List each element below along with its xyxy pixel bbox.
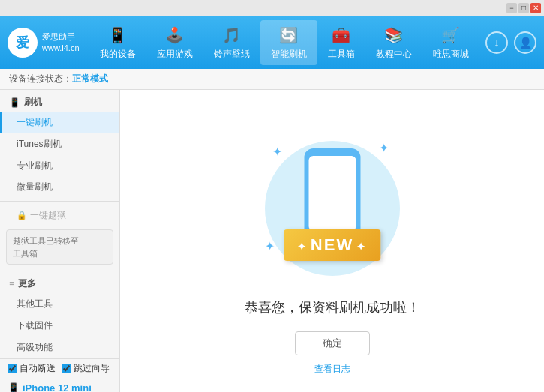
device-phone-icon: 📱	[8, 382, 20, 392]
logo-line2: www.i4.cn	[42, 43, 80, 54]
user-button[interactable]: 👤	[514, 31, 536, 54]
sidebar-item-download-firm[interactable]: 下载固件	[0, 315, 119, 337]
sidebar-notice-jailbreak: 越狱工具已转移至 工具箱	[6, 229, 113, 265]
header: 爱 爱思助手 www.i4.cn 📱 我的设备 🕹️ 应用游戏 🎵 铃声壁纸 🔄…	[0, 16, 544, 69]
phone-screen	[308, 156, 356, 231]
more-section-title: 更多	[18, 277, 36, 290]
title-bar: － □ ✕	[0, 0, 544, 16]
sidebar-item-itunes-flash[interactable]: iTunes刷机	[0, 133, 119, 155]
sidebar-section-flash: 📱 刷机	[0, 90, 119, 112]
sidebar-section-more: ≡ 更多	[0, 271, 119, 293]
sparkle-2: ✦	[379, 141, 389, 155]
skip-wizard-checkbox-label[interactable]: 跳过向导	[62, 362, 110, 375]
nav-ringtones[interactable]: 🎵 铃声壁纸	[203, 20, 260, 65]
logo-text: 爱思助手 www.i4.cn	[42, 31, 80, 55]
sidebar-item-advanced[interactable]: 高级功能	[0, 337, 119, 358]
nav-smart-flash-label: 智能刷机	[271, 48, 307, 61]
nav-tutorial[interactable]: 📚 教程中心	[365, 20, 422, 65]
sidebar-item-pro-flash[interactable]: 专业刷机	[0, 155, 119, 177]
main-and-sidebar: 📱 刷机 一键刷机 iTunes刷机 专业刷机 微量刷机	[0, 90, 544, 392]
nav-weisi-store-label: 唯思商城	[433, 48, 469, 61]
my-device-icon: 📱	[107, 25, 128, 46]
minimize-button[interactable]: －	[506, 3, 517, 13]
lock-icon: 🔒	[17, 211, 27, 220]
tutorial-icon: 📚	[383, 25, 404, 46]
skip-wizard-label: 跳过向导	[74, 362, 110, 375]
nav-my-device[interactable]: 📱 我的设备	[89, 20, 146, 65]
nav-tutorial-label: 教程中心	[376, 48, 412, 61]
nav-toolbox-label: 工具箱	[328, 48, 355, 61]
sidebar-item-save-flash[interactable]: 微量刷机	[0, 176, 119, 198]
status-prefix: 设备连接状态：	[9, 73, 72, 85]
apps-games-icon: 🕹️	[164, 25, 185, 46]
new-badge: NEW	[284, 229, 380, 261]
weisi-store-icon: 🛒	[440, 25, 461, 46]
nav-toolbox[interactable]: 🧰 工具箱	[317, 20, 365, 65]
sidebar-item-other-tools[interactable]: 其他工具	[0, 293, 119, 315]
more-section-icon: ≡	[9, 279, 14, 289]
nav-apps-games[interactable]: 🕹️ 应用游戏	[146, 20, 203, 65]
checkbox-row: 自动断送 跳过向导	[0, 358, 119, 378]
logo-area: 爱 爱思助手 www.i4.cn	[8, 28, 83, 58]
toolbox-icon: 🧰	[331, 25, 352, 46]
sidebar-divider-2	[0, 268, 119, 268]
ringtones-icon: 🎵	[221, 25, 242, 46]
flash-section-icon: 📱	[9, 97, 20, 108]
skip-wizard-checkbox[interactable]	[62, 364, 71, 373]
device-info: 📱 iPhone 12 mini 64GB Down-12mini-13,1	[0, 378, 119, 392]
nav-bar: 📱 我的设备 🕹️ 应用游戏 🎵 铃声壁纸 🔄 智能刷机 🧰 工具箱 📚 教程中…	[83, 20, 485, 65]
flash-section-title: 刷机	[24, 96, 42, 109]
history-link[interactable]: 查看日志	[314, 363, 350, 376]
success-message: 恭喜您，保资料刷机成功啦！	[245, 298, 420, 316]
auto-send-label: 自动断送	[20, 362, 56, 375]
nav-smart-flash[interactable]: 🔄 智能刷机	[260, 20, 317, 65]
header-right-buttons: ↓ 👤	[485, 31, 536, 54]
sparkle-3: ✦	[265, 239, 275, 253]
content-area: ✦ ✦ ✦ NEW 恭喜您，保资料刷机成功啦！ 确定 查看日志	[120, 90, 544, 392]
main-content-outer: 📱 刷机 一键刷机 iTunes刷机 专业刷机 微量刷机	[0, 90, 544, 392]
smart-flash-icon: 🔄	[278, 25, 299, 46]
logo-line1: 爱思助手	[42, 31, 80, 43]
sidebar-section-jailbreak: 🔒 一键越狱	[0, 205, 119, 226]
nav-apps-games-label: 应用游戏	[157, 48, 193, 61]
device-name: 📱 iPhone 12 mini	[8, 382, 112, 392]
sidebar-divider-1	[0, 201, 119, 202]
status-value: 正常模式	[72, 73, 108, 85]
confirm-button[interactable]: 确定	[295, 331, 370, 355]
status-bar: 设备连接状态： 正常模式	[0, 69, 544, 90]
logo-icon: 爱	[8, 28, 38, 58]
sidebar: 📱 刷机 一键刷机 iTunes刷机 专业刷机 微量刷机	[0, 90, 120, 392]
sidebar-scroll: 📱 刷机 一键刷机 iTunes刷机 专业刷机 微量刷机	[0, 90, 119, 358]
nav-ringtones-label: 铃声壁纸	[214, 48, 250, 61]
close-button[interactable]: ✕	[530, 3, 541, 13]
auto-send-checkbox-label[interactable]: 自动断送	[8, 362, 56, 375]
sidebar-item-one-key-flash[interactable]: 一键刷机	[0, 112, 119, 133]
nav-my-device-label: 我的设备	[100, 48, 136, 61]
download-button[interactable]: ↓	[485, 31, 508, 54]
auto-send-checkbox[interactable]	[8, 364, 17, 373]
restore-button[interactable]: □	[518, 3, 529, 13]
nav-weisi-store[interactable]: 🛒 唯思商城	[422, 20, 479, 65]
sparkle-1: ✦	[272, 145, 282, 159]
phone-illustration: ✦ ✦ ✦ NEW	[257, 133, 407, 283]
